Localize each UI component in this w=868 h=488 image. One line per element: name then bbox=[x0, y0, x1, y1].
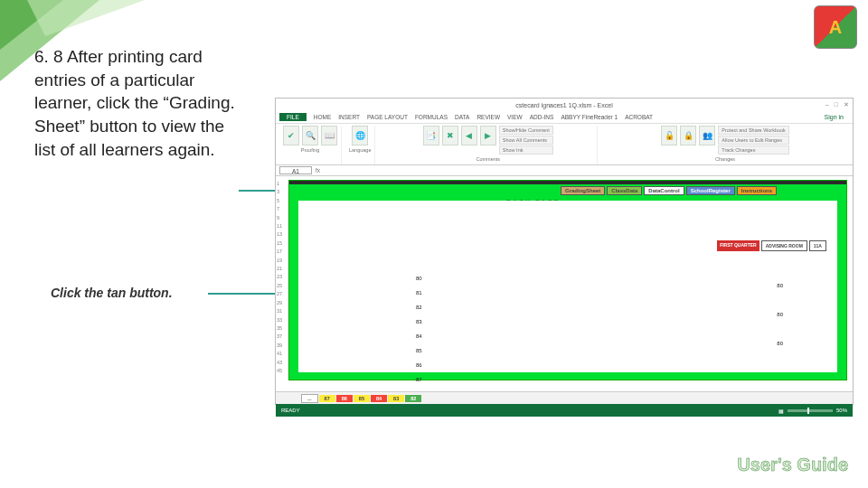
subject-row-ids: 80 81 82 83 84 85 86 87 bbox=[416, 271, 422, 387]
svg-marker-2 bbox=[27, 0, 145, 36]
sheet-tab-bar: ... 87 86 85 84 83 82 bbox=[276, 391, 853, 404]
window-titlebar: cstecard ignaces1 1Q.xlsm - Excel – □ ✕ bbox=[276, 99, 853, 111]
room-badge: 11A bbox=[809, 240, 826, 251]
next-comment-icon[interactable]: ▶ bbox=[480, 126, 496, 145]
side-badges: FIRST QUARTER ADVISING ROOM 11A bbox=[717, 240, 826, 251]
right-id: 80 bbox=[777, 300, 783, 329]
sheet-background: GradingSheet ClassData DataControl Schoo… bbox=[288, 180, 847, 380]
sub-instruction-text: Click the tan button. bbox=[51, 286, 173, 300]
footer-title: User's Guide bbox=[737, 455, 848, 475]
name-box[interactable]: A1 bbox=[279, 166, 312, 174]
allow-edit-ranges[interactable]: Allow Users to Edit Ranges bbox=[718, 136, 789, 145]
ribbon-tabs: FILE HOME INSERT PAGE LAYOUT FORMULAS DA… bbox=[276, 111, 853, 124]
logo-letter: A bbox=[829, 17, 842, 38]
new-comment-icon[interactable]: 📑 bbox=[423, 126, 439, 145]
instructions-button[interactable]: Instructions bbox=[737, 186, 777, 195]
zoom-control[interactable]: ▦ 50% bbox=[778, 408, 847, 414]
unprotect-sheet-icon[interactable]: 🔓 bbox=[661, 126, 677, 145]
sheet-tab[interactable]: 85 bbox=[354, 395, 370, 402]
research-icon[interactable]: 🔍 bbox=[302, 126, 318, 145]
row-id: 84 bbox=[416, 329, 422, 343]
sheet-tab[interactable]: ... bbox=[301, 394, 318, 403]
worksheet-area: 1357911131517192123252729313335373941434… bbox=[276, 176, 853, 391]
row-id: 85 bbox=[416, 343, 422, 358]
row-id: 83 bbox=[416, 314, 422, 329]
ribbon-group-label: Language bbox=[349, 147, 371, 153]
instruction-text: 6. 8 After printing card entries of a pa… bbox=[34, 45, 244, 161]
tab-addins[interactable]: ADD-INS bbox=[530, 114, 554, 120]
ribbon-group-comments: 📑 ✖ ◀ ▶ Show/Hide Comment Show All Comme… bbox=[379, 126, 598, 164]
sheet-tab[interactable]: 87 bbox=[319, 395, 335, 402]
brand-logo: A bbox=[814, 5, 857, 49]
excel-screenshot: cstecard ignaces1 1Q.xlsm - Excel – □ ✕ … bbox=[275, 98, 854, 405]
ribbon-group-changes: 🔓 🔒 👥 Protect and Share Workbook Allow U… bbox=[601, 126, 849, 164]
ribbon-group-label: Proofing bbox=[301, 147, 320, 153]
thesaurus-icon[interactable]: 📖 bbox=[321, 126, 337, 145]
tab-data[interactable]: DATA bbox=[455, 114, 469, 120]
sheet-tab[interactable]: 83 bbox=[388, 395, 404, 402]
tab-insert[interactable]: INSERT bbox=[338, 114, 360, 120]
prev-comment-icon[interactable]: ◀ bbox=[461, 126, 477, 145]
protect-share[interactable]: Protect and Share Workbook bbox=[718, 126, 789, 135]
status-bar: READY ▦ 50% bbox=[276, 404, 853, 417]
ribbon: ✔ 🔍 📖 Proofing 🌐 Language 📑 ✖ ◀ ▶ Show/H… bbox=[276, 124, 853, 165]
sheet-dark-bar bbox=[289, 181, 846, 184]
ribbon-group-label: Comments bbox=[476, 156, 501, 162]
maximize-button[interactable]: □ bbox=[835, 101, 838, 108]
class-data-button[interactable]: ClassData bbox=[607, 186, 642, 195]
protect-workbook-icon[interactable]: 🔒 bbox=[680, 126, 696, 145]
tab-formulas[interactable]: FORMULAS bbox=[415, 114, 448, 120]
data-control-button[interactable]: DataControl bbox=[644, 186, 684, 195]
spelling-icon[interactable]: ✔ bbox=[283, 126, 299, 145]
row-id: 87 bbox=[416, 372, 422, 387]
share-workbook-icon[interactable]: 👥 bbox=[699, 126, 715, 145]
row-id: 80 bbox=[416, 271, 422, 286]
sheet-nav-buttons: GradingSheet ClassData DataControl Schoo… bbox=[561, 186, 777, 195]
minimize-button[interactable]: – bbox=[826, 101, 829, 108]
right-column-ids: 80 80 80 bbox=[777, 271, 783, 358]
tab-page-layout[interactable]: PAGE LAYOUT bbox=[367, 114, 408, 120]
close-button[interactable]: ✕ bbox=[844, 101, 849, 108]
school-register-button[interactable]: SchoolRegister bbox=[686, 186, 735, 195]
tab-abbyy[interactable]: ABBYY FineReader 1 bbox=[561, 114, 618, 120]
zoom-slider[interactable] bbox=[788, 409, 833, 412]
show-ink[interactable]: Show Ink bbox=[499, 145, 553, 155]
show-all-comments[interactable]: Show All Comments bbox=[499, 136, 553, 145]
track-changes[interactable]: Track Changes bbox=[718, 145, 789, 155]
ribbon-group-label: Changes bbox=[715, 156, 735, 162]
translate-icon[interactable]: 🌐 bbox=[352, 126, 368, 145]
sheet-tab[interactable]: 86 bbox=[336, 395, 353, 402]
ribbon-group-proofing: ✔ 🔍 📖 Proofing bbox=[279, 126, 342, 164]
row-numbers: 1357911131517192123252729313335373941434… bbox=[277, 180, 282, 375]
sign-in-link[interactable]: Sign in bbox=[825, 114, 849, 120]
svg-marker-0 bbox=[0, 0, 63, 50]
formula-bar: A1 fx bbox=[276, 165, 853, 176]
row-id: 86 bbox=[416, 358, 422, 372]
fx-label[interactable]: fx bbox=[316, 167, 320, 174]
tab-acrobat[interactable]: ACROBAT bbox=[625, 114, 653, 120]
tab-home[interactable]: HOME bbox=[314, 114, 332, 120]
tab-review[interactable]: REVIEW bbox=[476, 114, 500, 120]
right-id: 80 bbox=[777, 329, 783, 358]
status-ready: READY bbox=[281, 408, 300, 413]
tab-file[interactable]: FILE bbox=[279, 113, 307, 121]
delete-comment-icon[interactable]: ✖ bbox=[442, 126, 458, 145]
right-id: 80 bbox=[777, 271, 783, 300]
tab-view[interactable]: VIEW bbox=[507, 114, 523, 120]
sheet-tab[interactable]: 82 bbox=[405, 395, 421, 402]
quarter-badge: FIRST QUARTER bbox=[717, 240, 760, 251]
window-title: cstecard ignaces1 1Q.xlsm - Excel bbox=[515, 102, 612, 108]
row-id: 82 bbox=[416, 300, 422, 314]
sheet-tab[interactable]: 84 bbox=[371, 395, 387, 402]
advising-badge: ADVISING ROOM bbox=[761, 240, 807, 251]
row-id: 81 bbox=[416, 286, 422, 300]
show-hide-comment[interactable]: Show/Hide Comment bbox=[499, 126, 553, 135]
ribbon-group-language: 🌐 Language bbox=[345, 126, 375, 164]
grading-sheet-button[interactable]: GradingSheet bbox=[561, 186, 605, 195]
zoom-value: 50% bbox=[836, 408, 847, 413]
view-icon[interactable]: ▦ bbox=[778, 408, 784, 414]
card-panel: FIRST QUARTER ADVISING ROOM 11A 80 81 82… bbox=[298, 201, 837, 372]
